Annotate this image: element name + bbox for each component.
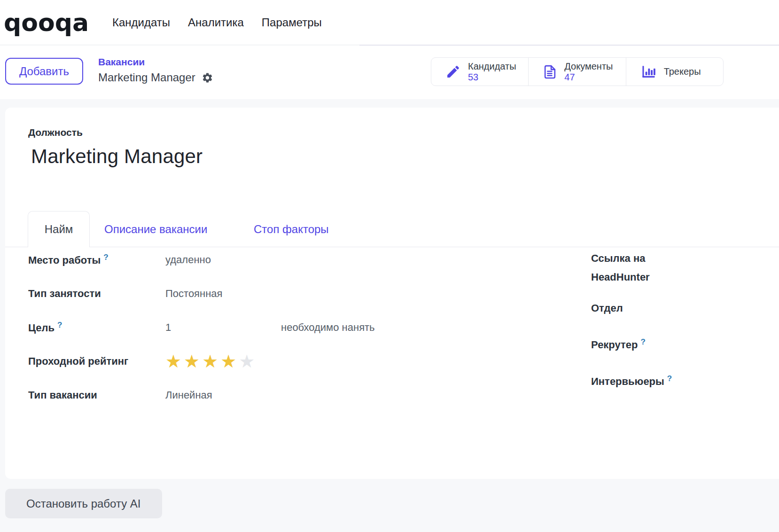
star-icon[interactable]: ★ xyxy=(220,352,239,371)
field-value[interactable]: Постоянная xyxy=(165,288,281,300)
field-interviewers[interactable]: Интервьюеры? xyxy=(591,369,699,391)
field-label: Тип занятости xyxy=(28,288,165,300)
add-button[interactable]: Добавить xyxy=(5,58,83,85)
nav-item-analytics[interactable]: Аналитика xyxy=(188,16,244,29)
gear-icon[interactable] xyxy=(202,72,213,84)
bar-chart-icon xyxy=(640,64,657,79)
vacancy-title: Marketing Manager xyxy=(31,145,203,168)
stat-label: Трекеры xyxy=(664,66,701,77)
breadcrumb: Вакансии Marketing Manager xyxy=(98,56,213,84)
field-label: Тип вакансии xyxy=(28,389,165,401)
field-value[interactable]: 1 xyxy=(165,321,281,334)
pencil-icon xyxy=(445,64,461,79)
star-icon[interactable]: ★ xyxy=(239,352,257,371)
stat-label: Кандидаты xyxy=(468,61,516,72)
field-headhunter-link[interactable]: Ссылка на HeadHunter xyxy=(591,249,671,287)
field-value[interactable]: удаленно xyxy=(165,254,281,266)
document-icon xyxy=(543,64,557,80)
toolbar: Добавить Вакансии Marketing Manager Канд… xyxy=(0,46,779,99)
breadcrumb-vacancies-link[interactable]: Вакансии xyxy=(98,56,213,68)
field-value[interactable]: Линейная xyxy=(165,389,281,401)
field-label: Проходной рейтинг xyxy=(28,355,165,368)
star-icon[interactable]: ★ xyxy=(202,352,220,371)
field-hint: необходимо нанять xyxy=(281,321,375,334)
tab-description[interactable]: Описание вакансии xyxy=(104,211,207,247)
help-icon[interactable]: ? xyxy=(667,374,672,383)
help-icon[interactable]: ? xyxy=(57,321,62,329)
rating-stars: ★★★★★ xyxy=(165,352,281,371)
top-nav: qooqa Кандидаты Аналитика Параметры xyxy=(0,0,779,45)
logo[interactable]: qooqa xyxy=(4,8,89,37)
stop-ai-button[interactable]: Остановить работу AI xyxy=(5,489,162,518)
breadcrumb-current-vacancy: Marketing Manager xyxy=(98,71,195,84)
main-menu: Кандидаты Аналитика Параметры xyxy=(112,16,322,29)
nav-item-candidates[interactable]: Кандидаты xyxy=(112,16,170,29)
hiring-form: Место работы? удаленно Тип занятости Пос… xyxy=(5,247,779,479)
side-fields: Ссылка на HeadHunter Отдел Рекрутер? Инт… xyxy=(591,249,699,391)
tab-bar: Найм Описание вакансии Стоп факторы xyxy=(5,211,779,247)
field-recruiter[interactable]: Рекрутер? xyxy=(591,333,699,354)
help-icon[interactable]: ? xyxy=(103,253,108,262)
position-label: Должность xyxy=(28,127,83,138)
tab-hiring[interactable]: Найм xyxy=(28,211,90,247)
help-icon[interactable]: ? xyxy=(640,337,645,346)
vacancy-card: Должность Marketing Manager Найм Описани… xyxy=(5,108,779,479)
stat-trackers[interactable]: Трекеры xyxy=(626,58,723,86)
stats-panel: Кандидаты 53 Документы 47 Трекеры xyxy=(431,57,724,86)
stat-value: 47 xyxy=(564,72,613,83)
nav-item-settings[interactable]: Параметры xyxy=(262,16,322,29)
star-icon[interactable]: ★ xyxy=(165,352,184,371)
stat-label: Документы xyxy=(564,61,613,72)
field-department[interactable]: Отдел xyxy=(591,299,699,318)
field-label: Место работы? xyxy=(28,253,165,266)
stat-candidates[interactable]: Кандидаты 53 xyxy=(431,58,528,86)
field-label: Цель? xyxy=(28,321,165,334)
stat-documents[interactable]: Документы 47 xyxy=(528,58,625,86)
star-icon[interactable]: ★ xyxy=(184,352,202,371)
tab-stop-factors[interactable]: Стоп факторы xyxy=(254,211,329,247)
stat-value: 53 xyxy=(468,72,516,83)
